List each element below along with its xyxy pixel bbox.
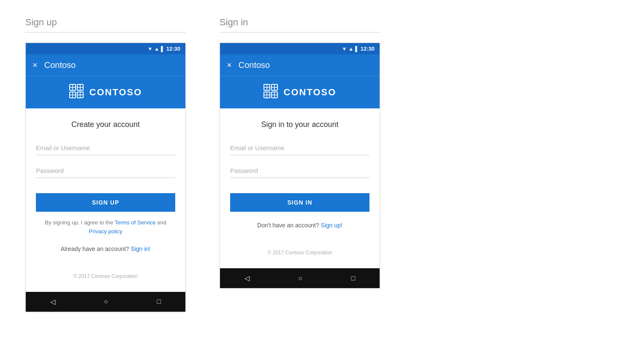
signup-logo-text: CONTOSO [90,87,142,98]
signin-nav-title: Contoso [239,60,270,70]
signal-icon: ▲ [154,46,159,52]
signin-section-title: Sign in [220,17,380,32]
signin-email-group [230,141,369,155]
battery-icon: ▌ [161,46,165,52]
signin-content: Sign in to your account SIGN IN Don't ha… [220,108,380,268]
signin-recents-button[interactable]: □ [351,275,356,282]
signin-email-input[interactable] [230,141,369,155]
signin-password-input[interactable] [230,164,369,178]
signup-nav-title: Contoso [44,60,76,70]
terms-and: and [155,219,166,226]
privacy-policy-link[interactable]: Privacy policy [89,228,122,235]
signin-home-button[interactable]: ○ [298,275,302,282]
signup-phone-frame: ▼ ▲ ▌ 12:30 × Contoso [25,43,186,312]
wifi-icon: ▼ [147,46,152,52]
signup-button[interactable]: SIGN UP [36,193,175,212]
signin-android-nav: ◁ ○ □ [220,268,380,288]
signin-back-button[interactable]: ◁ [244,274,250,282]
signup-email-group [36,141,175,155]
go-to-signup-link[interactable]: Sign up! [321,222,342,229]
signin-battery-icon: ▌ [355,46,359,52]
signup-status-bar: ▼ ▲ ▌ 12:30 [26,43,185,54]
signin-logo-icon [263,84,279,101]
signup-email-input[interactable] [36,141,175,155]
signin-button[interactable]: SIGN IN [230,193,369,212]
signup-terms: By signing up, I agree to the Terms of S… [36,218,175,236]
signup-status-time: 12:30 [166,46,180,52]
signin-password-group [230,164,369,178]
signup-nav-bar: × Contoso [26,54,185,76]
signup-android-nav: ◁ ○ □ [26,292,185,312]
signup-back-button[interactable]: ◁ [50,298,55,306]
signup-form-title: Create your account [36,120,175,129]
signin-logo-bar: CONTOSO [220,76,380,108]
signup-logo-bar: CONTOSO [26,76,185,108]
signin-wifi-icon: ▼ [342,46,347,52]
signup-already-text: Already have an account? Sign in! [36,245,175,252]
signin-no-account-text: Don't have an account? Sign up! [230,222,369,229]
signin-form-title: Sign in to your account [230,120,369,129]
signup-close-button[interactable]: × [33,60,38,70]
signin-nav-bar: × Contoso [220,54,380,76]
signin-signal-icon: ▲ [348,46,353,52]
signup-recents-button[interactable]: □ [157,298,161,305]
signup-footer: © 2017 Contoso Corporation [36,261,175,283]
signin-status-bar: ▼ ▲ ▌ 12:30 [220,43,380,54]
signin-status-time: 12:30 [361,46,375,52]
signup-section: Sign up ▼ ▲ ▌ 12:30 × Contoso [25,17,186,347]
signup-section-title: Sign up [25,17,186,32]
terms-of-service-link[interactable]: Terms of Service [115,219,156,226]
signin-phone-frame: ▼ ▲ ▌ 12:30 × Contoso [220,43,380,289]
signup-password-input[interactable] [36,164,175,178]
terms-prefix: By signing up, I agree to the [45,219,114,226]
signup-password-group [36,164,175,178]
signin-footer: © 2017 Contoso Corporation [230,237,369,260]
signin-logo-text: CONTOSO [284,87,337,98]
signin-section: Sign in ▼ ▲ ▌ 12:30 × Contoso [220,17,380,347]
signup-logo-icon [69,84,84,101]
signup-home-button[interactable]: ○ [104,298,108,305]
go-to-signin-link[interactable]: Sign in! [131,245,151,252]
no-account-prefix: Don't have an account? [257,222,319,229]
signup-status-icons: ▼ ▲ ▌ 12:30 [147,46,180,52]
signin-status-icons: ▼ ▲ ▌ 12:30 [342,46,375,52]
already-prefix: Already have an account? [61,245,129,252]
signin-close-button[interactable]: × [227,60,232,70]
signup-content: Create your account SIGN UP By signing u… [26,108,185,292]
